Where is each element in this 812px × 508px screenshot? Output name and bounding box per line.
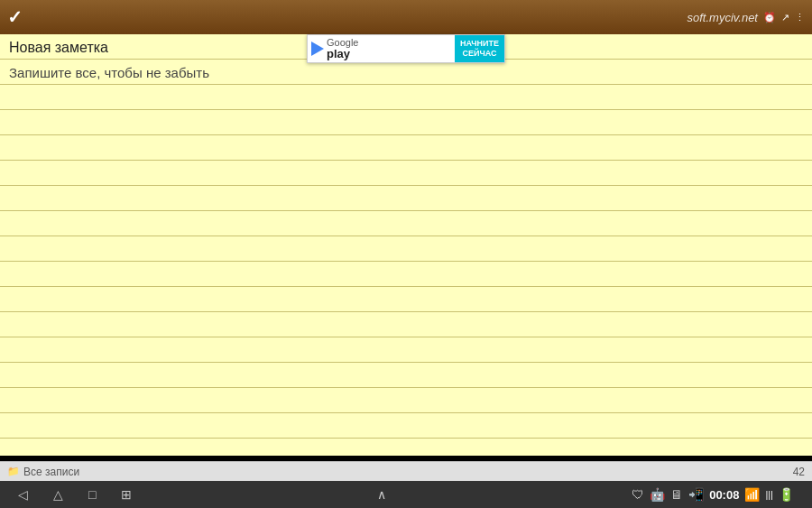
lined-paper (0, 34, 812, 456)
recents-button[interactable]: □ (88, 487, 96, 502)
share-icon: ↗ (781, 12, 789, 23)
wifi-icon: 📶 (744, 487, 760, 502)
note-area[interactable]: Новая заметка Запишите все, чтобы не заб… (0, 34, 812, 456)
screen-icon: 🖥 (670, 487, 683, 502)
ad-play-text: play (327, 48, 358, 60)
play-triangle-icon (311, 42, 324, 56)
alarm-icon: ⏰ (763, 12, 776, 23)
note-subtitle: Запишите все, чтобы не забыть (9, 65, 209, 80)
status-bar: 📁 Все записи 42 (0, 461, 812, 481)
note-title: Новая заметка (9, 40, 108, 56)
nav-left: ◁ △ □ ⊞ (18, 487, 132, 502)
ad-banner[interactable]: Google play НАЧНИТЕ СЕЙЧАС (307, 34, 505, 63)
toolbar: ✓ soft.myciv.net ⏰ ↗ ⋮ (0, 0, 812, 34)
clock-display: 00:08 (709, 488, 739, 502)
toolbar-left: ✓ (7, 6, 23, 28)
viber-icon: 📲 (688, 487, 704, 502)
signal-icon: ||| (765, 489, 773, 500)
back-button[interactable]: ◁ (18, 487, 28, 502)
ad-cta-text: НАЧНИТЕ СЕЙЧАС (460, 39, 499, 59)
folder-label: Все записи (23, 466, 79, 478)
folder-icon: 📁 (7, 466, 20, 477)
toolbar-right: soft.myciv.net ⏰ ↗ ⋮ (687, 11, 805, 24)
home-button[interactable]: △ (53, 487, 63, 502)
watermark-text: soft.myciv.net (687, 11, 758, 24)
battery-icon: 🔋 (779, 487, 794, 502)
grid-button[interactable]: ⊞ (121, 487, 132, 502)
android-icon: 🤖 (650, 487, 665, 502)
menu-icon: ⋮ (795, 12, 805, 23)
up-button[interactable]: ∧ (377, 487, 386, 502)
note-count: 42 (793, 466, 805, 478)
ad-logo: Google play (308, 35, 455, 62)
nav-center: ∧ (377, 487, 386, 502)
nav-bar: ◁ △ □ ⊞ ∧ 🛡 🤖 🖥 📲 00:08 📶 ||| 🔋 (0, 481, 812, 508)
status-left: 📁 Все записи (7, 466, 79, 478)
ad-cta-button[interactable]: НАЧНИТЕ СЕЙЧАС (455, 35, 504, 62)
nav-right: 🛡 🤖 🖥 📲 00:08 📶 ||| 🔋 (632, 487, 794, 502)
shield-icon: 🛡 (632, 487, 644, 502)
checkmark-icon[interactable]: ✓ (7, 6, 23, 28)
